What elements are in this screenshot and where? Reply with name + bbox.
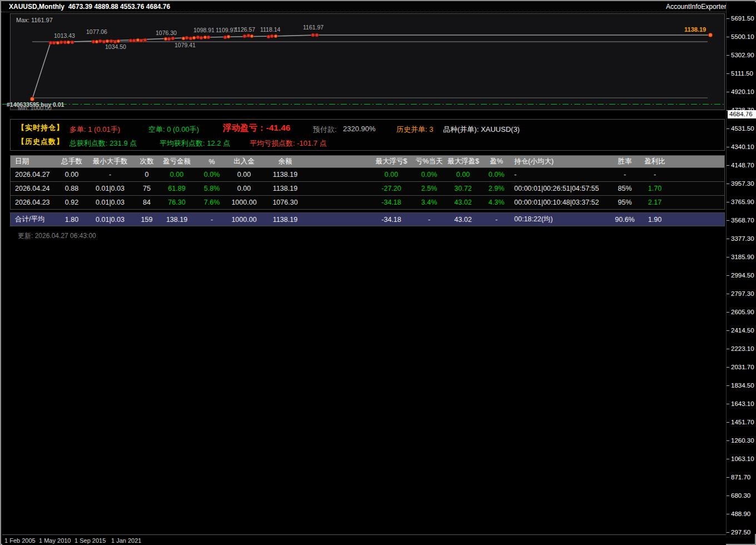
trade-dot [59,41,63,44]
terminal-window: XAUUSD,Monthly 4673.39 4889.88 4553.76 4… [0,0,756,545]
table-cell: 76.30 [160,199,194,206]
trade-dot [708,33,713,37]
trade-dot [274,34,277,38]
price-tick: 4340.10 [731,143,754,150]
table-cell: 138.19 [160,216,194,224]
price-tick: 488.90 [731,511,750,517]
trade-dot [136,38,140,42]
trade-dot [67,41,70,44]
trade-dot [71,41,74,44]
table-cell: 合计/平均 [11,215,57,224]
table-cell: 1138.19 [258,216,312,224]
table-cell: 0.00 [447,171,479,179]
table-cell: 2026.04.24 [11,185,57,192]
table-cell: 0.92 [57,199,86,206]
table-cell: 0.88 [57,185,86,192]
table-cell: 61.89 [160,185,194,192]
price-tick: 4531.50 [731,125,754,132]
table-cell: 5.8% [194,185,230,192]
trade-dot [106,39,109,43]
table-cell: 日期 [11,157,57,166]
table-cell: 90.6% [608,216,642,224]
table-cell: 0.00 [57,171,86,179]
trade-dot [315,33,319,37]
summary-panel: 【实时持仓】 多单: 1 (0.01手) 空单: 0 (0.00手) 浮动盈亏：… [10,119,725,151]
table-cell: 1138.19 [258,185,312,192]
price-tick: 1260.30 [731,437,754,444]
short-position-text: 空单: 0 (0.00手) [148,125,199,135]
table-cell: 1000.00 [230,199,258,206]
table-cell: 1138.19 [258,171,312,179]
table-row: 2026.04.240.880.01|0.037561.895.8%0.0011… [10,182,725,196]
table-cell: 0.01|0.03 [86,216,134,224]
trade-dot [223,36,227,39]
price-tick: 3185.90 [731,254,754,260]
table-cell: - [86,171,134,179]
price-tick: 2797.30 [731,290,754,297]
trade-dot [171,37,175,40]
table-row: 2026.04.270.00-00.000.0%0.001138.190.000… [10,168,725,182]
table-cell: 1.70 [642,185,668,192]
floating-pl-text: 浮动盈亏：-41.46 [223,122,290,134]
table-header-row: 日期总手数最小大手数次数盈亏金额%出入金余额最大浮亏$亏%当天最大浮盈$盈%持仓… [10,155,725,168]
balance-min-label: Min: 1000.00 [18,105,52,111]
trade-dot [132,39,136,42]
balance-point-label: 1118.14 [260,26,280,33]
time-label: 1 Feb 2005 [4,537,36,544]
trade-dot [92,40,95,43]
trade-dot [207,36,210,39]
table-cell: 2.17 [642,199,668,206]
trade-dot [203,36,207,39]
table-cell: 盈利比 [642,157,668,166]
table-cell: 总手数 [57,157,86,166]
realtime-positions-tag: 【实时持仓】 [17,123,64,133]
trade-dot [63,41,67,44]
price-tick: 2994.50 [731,272,754,279]
table-cell: 余额 [258,157,312,166]
table-cell: 1.80 [57,216,86,224]
price-tick: 1451.70 [731,419,754,425]
balance-point-label: 1098.91 [193,27,215,33]
price-tick: 5691.50 [731,15,754,22]
balance-point-label: 1034.50 [105,43,126,50]
long-position-text: 多单: 1 (0.01手) [69,125,120,135]
open-order-line[interactable] [2,104,726,105]
symbol-merged-text: 品种(并单): XAUUSD(3) [443,125,520,135]
trade-dot [270,34,273,38]
time-axis[interactable]: 1 Feb 20051 May 20101 Sep 20151 Jan 2021 [2,534,726,545]
price-tick: 1834.50 [731,382,754,389]
table-cell: 00:00:01|00:26:51|04:57:55 [514,185,608,192]
trade-dot [227,35,230,38]
trade-dot [164,37,167,41]
price-tick: 2605.90 [731,309,754,315]
balance-point-label: 1076.30 [156,29,177,36]
table-cell: -34.18 [372,199,411,206]
price-tick: 1063.10 [731,455,754,462]
symbol-ohlc-title: XAUUSD,Monthly 4673.39 4889.88 4553.76 4… [9,3,170,11]
balance-curve [32,35,710,99]
equity-curve-svg [11,14,724,110]
price-tick: 680.30 [731,492,750,499]
chart-title-bar: XAUUSD,Monthly 4673.39 4889.88 4553.76 4… [1,1,755,12]
price-tick: 2031.70 [731,364,754,370]
price-tick: 3568.70 [731,217,754,224]
table-cell: 95% [608,199,642,206]
table-cell: - [194,216,230,224]
price-axis[interactable]: 4684.76 5691.505500.105302.905111.504920… [726,2,756,534]
table-cell: 0.00 [230,185,258,192]
table-cell: 0.0% [194,171,230,179]
trade-dot [30,97,34,101]
history-merged-text: 历史并单: 3 [396,125,433,135]
table-cell: 4.3% [479,199,514,206]
trade-dot [189,37,192,40]
table-cell: 盈% [479,157,514,166]
equity-panel: Max: 1161.97 1013.431077.061034.501076.3… [10,13,725,110]
table-cell: 0.00 [372,171,411,179]
trade-dot [182,37,185,40]
price-tick: 4920.10 [731,88,754,95]
table-cell: 0.01|0.03 [86,199,134,206]
table-cell: 最小大手数 [86,157,134,166]
table-row: 合计/平均1.800.01|0.03159138.19-1000.001138.… [10,212,725,226]
price-tick: 5111.50 [731,70,753,77]
table-cell: % [194,158,230,166]
